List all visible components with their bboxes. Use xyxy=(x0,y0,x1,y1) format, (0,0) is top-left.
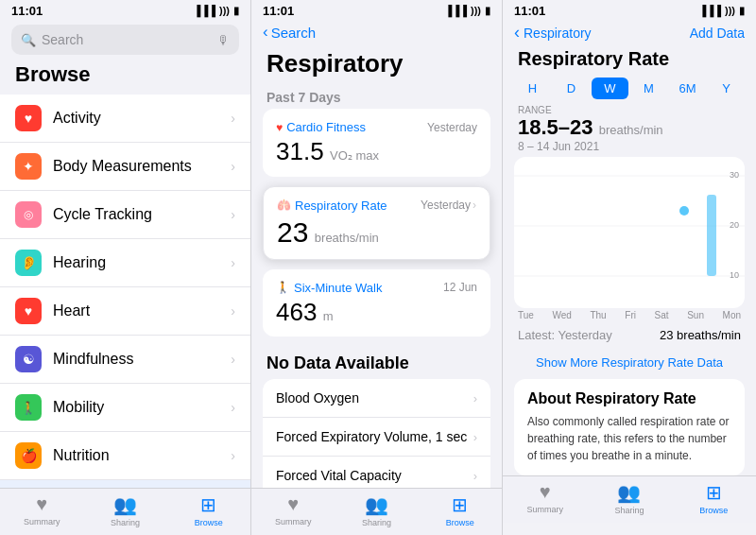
respiratory-chart: 30 20 10 xyxy=(514,157,745,308)
tab-summary-icon-1: ♥ xyxy=(36,493,47,515)
nav-list: ♥ Activity › ✦ Body Measurements › ◎ Cyc… xyxy=(0,95,250,488)
tab-browse-label-2: Browse xyxy=(446,518,474,527)
tab-W[interactable]: W xyxy=(592,78,628,99)
chevron-activity: › xyxy=(231,111,235,126)
back-chevron-3: ‹ xyxy=(514,23,520,43)
mobility-icon: 🚶 xyxy=(15,394,42,421)
back-chevron-2: ‹ xyxy=(263,23,268,42)
nav-item-nutrition[interactable]: 🍎 Nutrition › xyxy=(0,432,250,480)
day-wed: Wed xyxy=(552,310,571,320)
fev-item[interactable]: Forced Expiratory Volume, 1 sec › xyxy=(263,418,490,457)
tab-sharing-label-3: Sharing xyxy=(614,506,644,515)
back-button-2[interactable]: ‹ Search xyxy=(263,23,316,42)
tab-sharing-1[interactable]: 👥 Sharing xyxy=(83,493,166,527)
six-min-title: 🚶 Six-Minute Walk xyxy=(276,281,382,295)
svg-text:10: 10 xyxy=(730,270,739,280)
tab-summary-1[interactable]: ♥ Summary xyxy=(0,493,83,526)
back-label-3[interactable]: Respiratory xyxy=(524,26,592,41)
about-section: About Respiratory Rate Also commonly cal… xyxy=(514,379,745,475)
tab-browse-label-1: Browse xyxy=(195,518,223,527)
tab-Y[interactable]: Y xyxy=(708,78,745,99)
tab-D[interactable]: D xyxy=(553,78,590,99)
cardio-title: ♥ Cardio Fitness xyxy=(276,120,366,134)
tab-browse-2[interactable]: ⊞ Browse xyxy=(419,493,502,527)
search-placeholder-1: Search xyxy=(42,32,83,47)
resp-rate-chevron: › xyxy=(472,198,476,212)
tab-browse-icon-1: ⊞ xyxy=(200,493,216,516)
nav-item-respiratory[interactable]: 🫁 Respiratory › xyxy=(0,480,250,488)
battery-icon-2: ▮ xyxy=(485,5,490,17)
chart-svg: 30 20 10 xyxy=(514,157,745,308)
show-more-button[interactable]: Show More Respiratory Rate Data xyxy=(503,350,756,375)
tab-sharing-icon-1: 👥 xyxy=(113,493,137,516)
blood-oxygen-label: Blood Oxygen xyxy=(276,390,359,406)
tab-H[interactable]: H xyxy=(514,78,551,99)
latest-row: Latest: Yesterday 23 breaths/min xyxy=(503,320,756,350)
p2-nav-row: ‹ Search xyxy=(251,21,502,45)
nav-item-cycle[interactable]: ◎ Cycle Tracking › xyxy=(0,191,250,239)
day-fri: Fri xyxy=(625,310,636,320)
tab-browse-1[interactable]: ⊞ Browse xyxy=(167,493,250,527)
p3-title-row: Respiratory Rate xyxy=(503,46,756,74)
fev-chevron: › xyxy=(473,430,477,444)
fvc-item[interactable]: Forced Vital Capacity › xyxy=(263,457,490,488)
respiratory-title: Respiratory xyxy=(251,45,502,84)
tab-summary-2[interactable]: ♥ Summary xyxy=(251,493,335,526)
search-icon-1: 🔍 xyxy=(21,33,36,47)
cycle-icon: ◎ xyxy=(15,201,42,228)
chevron-heart: › xyxy=(231,303,235,319)
status-bar-2: 11:01 ▐▐▐ ))) ▮ xyxy=(251,0,502,21)
nav-item-heart[interactable]: ♥ Heart › xyxy=(0,287,250,336)
tab-sharing-icon-3: 👥 xyxy=(617,481,641,504)
resp-rate-value: 23 xyxy=(277,216,308,248)
chevron-mobility: › xyxy=(231,400,235,415)
range-value: 18.5–23 breaths/min xyxy=(503,115,756,140)
nav-item-mindfulness[interactable]: ☯ Mindfulness › xyxy=(0,336,250,384)
activity-icon: ♥ xyxy=(15,105,42,131)
fvc-chevron: › xyxy=(473,469,477,483)
tab-6M[interactable]: 6M xyxy=(669,78,706,99)
six-min-header: 🚶 Six-Minute Walk 12 Jun xyxy=(276,281,477,295)
tab-M[interactable]: M xyxy=(630,78,667,99)
search-bar-1[interactable]: 🔍 Search 🎙 xyxy=(11,25,239,55)
blood-oxygen-item[interactable]: Blood Oxygen › xyxy=(263,379,490,418)
nav-item-hearing[interactable]: 👂 Hearing › xyxy=(0,239,250,287)
respiratory-rate-card[interactable]: 🫁 Respiratory Rate Yesterday › 23 breath… xyxy=(263,186,490,260)
day-mon: Mon xyxy=(723,310,741,320)
six-min-card[interactable]: 🚶 Six-Minute Walk 12 Jun 463 m xyxy=(263,269,490,337)
tab-summary-3[interactable]: ♥ Summary xyxy=(503,481,587,514)
no-data-list: Blood Oxygen › Forced Expiratory Volume,… xyxy=(263,379,490,488)
status-bar-1: 11:01 ▐▐▐ ))) ▮ xyxy=(0,0,250,21)
day-sat: Sat xyxy=(655,310,669,320)
tab-sharing-3[interactable]: 👥 Sharing xyxy=(587,481,671,515)
nav-label-hearing: Hearing xyxy=(53,254,227,271)
data-bar-mon xyxy=(707,195,716,276)
tab-summary-icon-3: ♥ xyxy=(540,481,551,503)
p3-nav-left: ‹ Respiratory xyxy=(514,23,592,43)
tab-browse-3[interactable]: ⊞ Browse xyxy=(672,481,756,515)
status-icons-3: ▐▐▐ ))) ▮ xyxy=(699,5,745,17)
nav-item-activity[interactable]: ♥ Activity › xyxy=(0,95,250,143)
past7days-label: Past 7 Days xyxy=(251,84,502,109)
day-sun: Sun xyxy=(687,310,704,320)
signal-icon-2: ▐▐▐ xyxy=(445,5,467,16)
fvc-label: Forced Vital Capacity xyxy=(276,468,402,483)
about-text: Also commonly called respiration rate or… xyxy=(527,413,731,464)
nav-item-mobility[interactable]: 🚶 Mobility › xyxy=(0,384,250,432)
latest-label: Latest: Yesterday xyxy=(518,328,612,342)
svg-text:20: 20 xyxy=(730,220,739,230)
tab-sharing-2[interactable]: 👥 Sharing xyxy=(335,493,418,527)
nav-item-body[interactable]: ✦ Body Measurements › xyxy=(0,143,250,191)
resp-rate-title: 🫁 Respiratory Rate xyxy=(277,198,387,213)
tab-browse-icon-3: ⊞ xyxy=(706,481,722,504)
time-tabs: H D W M 6M Y xyxy=(503,74,756,103)
browse-title: Browse xyxy=(0,60,250,95)
signal-icon: ▐▐▐ xyxy=(194,5,215,16)
date-range: 8 – 14 Jun 2021 xyxy=(503,140,756,157)
tab-bar-2: ♥ Summary 👥 Sharing ⊞ Browse xyxy=(251,488,502,535)
cardio-card[interactable]: ♥ Cardio Fitness Yesterday 31.5 VO₂ max xyxy=(263,109,490,177)
tab-sharing-label-1: Sharing xyxy=(111,518,140,527)
blood-oxygen-chevron: › xyxy=(473,391,477,406)
tab-summary-label-2: Summary xyxy=(275,517,312,526)
add-data-button[interactable]: Add Data xyxy=(690,26,745,41)
